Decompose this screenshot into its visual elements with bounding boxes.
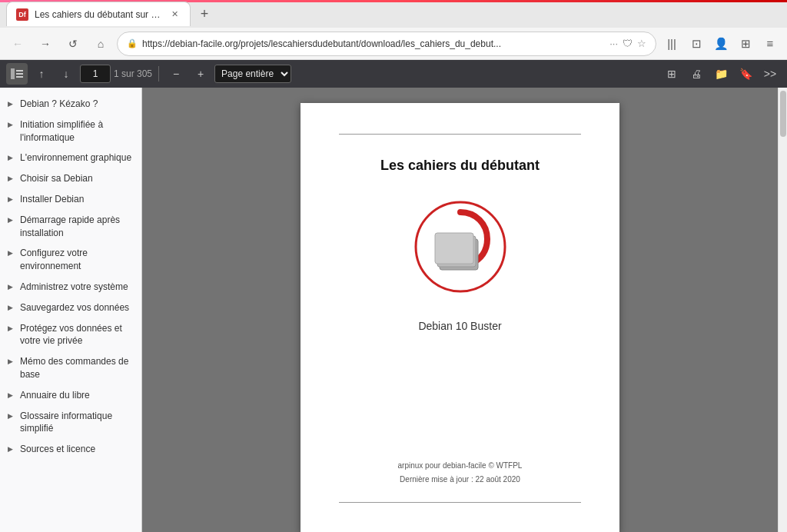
sidebar-arrow-icon: ▶ bbox=[8, 99, 15, 107]
svg-rect-3 bbox=[16, 76, 23, 78]
fit-page-button[interactable]: ⊞ bbox=[661, 63, 682, 85]
sidebar-item-9[interactable]: ▶Protégez vos données et votre vie privé… bbox=[0, 318, 141, 352]
forward-button[interactable]: → bbox=[34, 32, 57, 55]
pdf-footer: arpinux pour debian-facile © WTFPL Derni… bbox=[398, 459, 523, 487]
tab-sync-icon[interactable]: ⊡ bbox=[686, 33, 707, 55]
address-url: https://debian-facile.org/projets/lescah… bbox=[142, 38, 605, 49]
extensions-icon[interactable]: ⊞ bbox=[735, 33, 756, 55]
sidebar-arrow-icon: ▶ bbox=[8, 174, 15, 181]
lock-icon: 🔒 bbox=[127, 38, 138, 48]
sidebar-item-label: Protégez vos données et votre vie privée bbox=[20, 322, 135, 348]
new-tab-button[interactable]: + bbox=[194, 3, 215, 25]
sidebar-arrow-icon: ▶ bbox=[8, 248, 15, 256]
sidebar-item-12[interactable]: ▶Glossaire informatique simplifié bbox=[0, 406, 141, 440]
sidebar-item-label: Configurez votre environnement bbox=[20, 247, 135, 273]
sidebar-item-label: Sauvegardez vos données bbox=[20, 301, 135, 314]
page-number-input[interactable] bbox=[80, 65, 111, 83]
pdf-toolbar: ↑ ↓ 1 sur 305 − + Page entière ⊞ 🖨 📁 🔖 >… bbox=[0, 60, 787, 88]
pdf-title: Les cahiers du débutant bbox=[380, 158, 540, 174]
sidebar-arrow-icon: ▶ bbox=[8, 282, 15, 290]
pdf-toolbar-right: ⊞ 🖨 📁 🔖 >> bbox=[661, 63, 781, 85]
pdf-footer-author: arpinux pour debian-facile © WTFPL bbox=[398, 459, 523, 473]
profile-icon[interactable]: 👤 bbox=[710, 33, 732, 55]
shield-icon: 🛡 bbox=[623, 38, 633, 49]
sidebar-item-label: Debian ? Kézako ? bbox=[20, 98, 135, 111]
sidebar-arrow-icon: ▶ bbox=[8, 153, 15, 161]
debian-logo bbox=[410, 197, 510, 297]
sidebar-item-label: Mémo des commandes de base bbox=[20, 355, 135, 381]
scroll-up-button[interactable]: ↑ bbox=[31, 63, 52, 85]
sidebar-item-3[interactable]: ▶Choisir sa Debian bbox=[0, 168, 141, 189]
separator bbox=[158, 66, 159, 81]
sidebar-arrow-icon: ▶ bbox=[8, 411, 15, 419]
pdf-footer-date: Dernière mise à jour : 22 août 2020 bbox=[398, 473, 523, 487]
svg-rect-1 bbox=[16, 70, 23, 71]
main-area: ▶Debian ? Kézako ?▶Initiation simplifiée… bbox=[0, 88, 787, 532]
toggle-sidebar-button[interactable] bbox=[6, 63, 28, 85]
tab-label: Les cahiers du débutant sur De... bbox=[35, 9, 162, 20]
sidebar-item-11[interactable]: ▶Annuaire du libre bbox=[0, 385, 141, 406]
sidebar-item-label: Glossaire informatique simplifié bbox=[20, 410, 135, 436]
tab-close-button[interactable]: ✕ bbox=[168, 8, 181, 21]
sidebar-item-1[interactable]: ▶Initiation simplifiée à l'informatique bbox=[0, 115, 141, 148]
svg-rect-11 bbox=[435, 233, 473, 264]
sidebar-item-label: Choisir sa Debian bbox=[20, 172, 135, 185]
scrollbar-track[interactable] bbox=[778, 88, 787, 532]
page-bottom-line bbox=[339, 502, 581, 503]
sidebar-arrow-icon: ▶ bbox=[8, 120, 15, 128]
tab-bar: Df Les cahiers du débutant sur De... ✕ + bbox=[0, 0, 787, 28]
menu-icon[interactable]: ≡ bbox=[759, 33, 781, 55]
browser-toolbar-icons: ||| ⊡ 👤 ⊞ ≡ bbox=[661, 33, 781, 55]
sidebar-arrow-icon: ▶ bbox=[8, 324, 15, 331]
zoom-out-button[interactable]: − bbox=[165, 63, 187, 85]
sidebar-item-7[interactable]: ▶Administrez votre système bbox=[0, 277, 141, 298]
tab-favicon: Df bbox=[16, 8, 28, 21]
sidebar-arrow-icon: ▶ bbox=[8, 303, 15, 311]
sidebar-arrow-icon: ▶ bbox=[8, 215, 15, 223]
sidebar-item-label: Annuaire du libre bbox=[20, 389, 135, 402]
scroll-down-button[interactable]: ↓ bbox=[55, 63, 77, 85]
reader-mode-icon[interactable]: ||| bbox=[661, 33, 682, 55]
sidebar-arrow-icon: ▶ bbox=[8, 195, 15, 202]
star-icon[interactable]: ☆ bbox=[637, 38, 646, 49]
sidebar-arrow-icon: ▶ bbox=[8, 444, 15, 452]
print-button[interactable]: 🖨 bbox=[686, 63, 707, 85]
bookmark-button[interactable]: 🔖 bbox=[735, 63, 756, 85]
pdf-area: Les cahiers du débutant bbox=[142, 88, 778, 532]
sidebar-item-8[interactable]: ▶Sauvegardez vos données bbox=[0, 298, 141, 318]
sidebar-item-0[interactable]: ▶Debian ? Kézako ? bbox=[0, 94, 141, 115]
svg-rect-0 bbox=[11, 68, 15, 79]
pdf-page: Les cahiers du débutant bbox=[301, 103, 619, 532]
sidebar-item-5[interactable]: ▶Démarrage rapide après installation bbox=[0, 210, 141, 244]
home-button[interactable]: ⌂ bbox=[89, 32, 112, 55]
navigation-bar: ← → ↺ ⌂ 🔒 https://debian-facile.org/proj… bbox=[0, 28, 787, 60]
sidebar-item-13[interactable]: ▶Sources et licence bbox=[0, 439, 141, 460]
save-button[interactable]: 📁 bbox=[710, 63, 732, 85]
scrollbar-thumb[interactable] bbox=[780, 91, 786, 137]
dots-icon[interactable]: ··· bbox=[609, 38, 618, 49]
pdf-sidebar: ▶Debian ? Kézako ?▶Initiation simplifiée… bbox=[0, 88, 142, 532]
svg-rect-2 bbox=[16, 73, 23, 75]
page-count: 1 sur 305 bbox=[114, 68, 152, 79]
sidebar-item-label: Sources et licence bbox=[20, 443, 135, 456]
sidebar-arrow-icon: ▶ bbox=[8, 357, 15, 364]
address-bar-icons: ··· 🛡 ☆ bbox=[609, 38, 646, 49]
back-button[interactable]: ← bbox=[6, 32, 29, 55]
pdf-subtitle: Debian 10 Buster bbox=[418, 320, 501, 332]
sidebar-item-label: Démarrage rapide après installation bbox=[20, 214, 135, 240]
sidebar-item-2[interactable]: ▶L'environnement graphique bbox=[0, 148, 141, 168]
sidebar-item-label: Administrez votre système bbox=[20, 281, 135, 294]
sidebar-item-label: Initiation simplifiée à l'informatique bbox=[20, 118, 135, 145]
refresh-button[interactable]: ↺ bbox=[61, 32, 85, 55]
page-top-line bbox=[339, 134, 581, 135]
sidebar-item-label: Installer Debian bbox=[20, 193, 135, 206]
sidebar-item-4[interactable]: ▶Installer Debian bbox=[0, 189, 141, 210]
zoom-select[interactable]: Page entière bbox=[214, 65, 291, 83]
more-tools-button[interactable]: >> bbox=[759, 63, 781, 85]
sidebar-item-6[interactable]: ▶Configurez votre environnement bbox=[0, 243, 141, 277]
sidebar-item-10[interactable]: ▶Mémo des commandes de base bbox=[0, 351, 141, 385]
address-bar[interactable]: 🔒 https://debian-facile.org/projets/lesc… bbox=[117, 32, 656, 56]
sidebar-item-label: L'environnement graphique bbox=[20, 151, 135, 165]
zoom-in-button[interactable]: + bbox=[190, 63, 211, 85]
active-tab[interactable]: Df Les cahiers du débutant sur De... ✕ bbox=[6, 2, 191, 26]
